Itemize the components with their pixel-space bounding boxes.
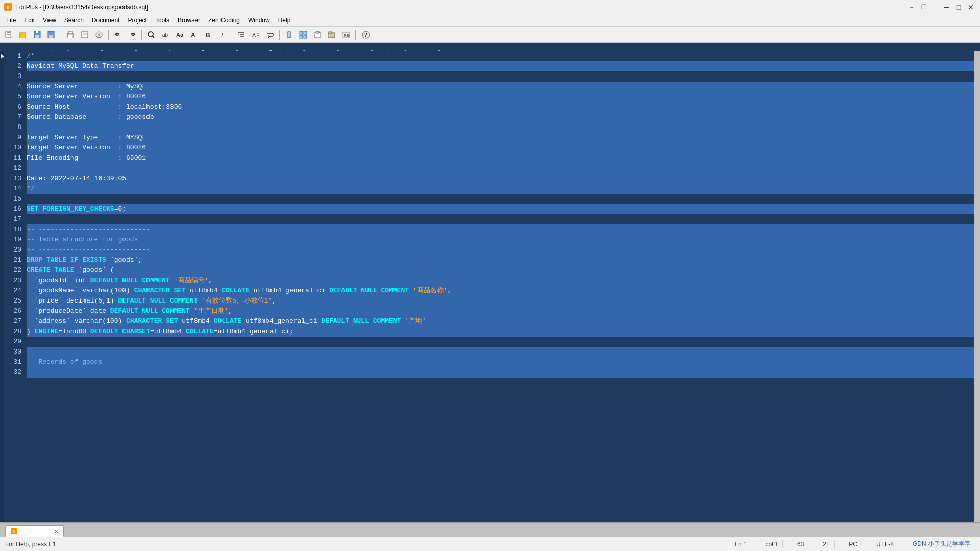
tab-close-button[interactable]: ✕ [54, 529, 58, 534]
code-line: `goodsId` int DEFAULT NULL COMMENT '商品编号… [27, 276, 974, 286]
menu-browser[interactable]: Browser [174, 16, 204, 25]
line-number: 7 [4, 112, 24, 122]
code-line: `price` decimal(5,1) DEFAULT NULL COMMEN… [27, 296, 974, 306]
menu-help[interactable]: Help [274, 16, 295, 25]
auto-indent-button[interactable]: A [249, 29, 262, 41]
open-button[interactable] [16, 29, 30, 41]
status-num63: 63 [793, 541, 808, 548]
close-button[interactable]: ✕ [966, 2, 976, 12]
menu-file[interactable]: File [2, 16, 20, 25]
help-button[interactable]: ? [358, 29, 374, 41]
undo-button[interactable] [111, 29, 125, 41]
menu-bar: File Edit View Search Document Project T… [0, 14, 980, 27]
code-line: Source Host : localhost:3306 [27, 102, 974, 112]
menu-view[interactable]: View [39, 16, 60, 25]
title-bar: E EditPlus - [D:\Users\33154\Desktop\goo… [0, 0, 980, 14]
redo-button[interactable] [126, 29, 139, 41]
line-number: 16 [4, 204, 24, 214]
line-number: 12 [4, 163, 24, 173]
line-number: 4 [4, 82, 24, 92]
menu-search[interactable]: Search [60, 16, 88, 25]
code-line: `produceDate` date DEFAULT NULL COMMENT … [27, 306, 974, 316]
print-button[interactable] [64, 29, 77, 41]
code-area[interactable]: /*Navicat MySQL Data Transfer Source Ser… [24, 51, 974, 522]
font-button[interactable]: A [187, 29, 201, 41]
clip-text-button[interactable] [311, 29, 324, 41]
line-number: 13 [4, 173, 24, 184]
menu-edit[interactable]: Edit [20, 16, 39, 25]
status-ln: Ln 1 [730, 541, 751, 548]
separator-4 [232, 30, 232, 40]
toolbar: ab Aa A B I A REC ? [0, 27, 980, 43]
svg-rect-45 [329, 32, 332, 33]
maximize-button[interactable]: □ [953, 2, 964, 12]
italic-button[interactable]: I [216, 29, 229, 41]
menu-window[interactable]: Window [244, 16, 274, 25]
line-number: 24 [4, 286, 24, 296]
line-number: 10 [4, 143, 24, 153]
minimize-button[interactable]: ─ [941, 2, 951, 12]
svg-text:B: B [206, 32, 210, 39]
new-button[interactable] [2, 29, 15, 41]
tab-bar: E goodsdb.sql ✕ [0, 522, 980, 537]
status-help: For Help, press F1 [5, 541, 720, 548]
menu-zen-coding[interactable]: Zen Coding [204, 16, 244, 25]
separator-3 [141, 30, 142, 40]
menu-project[interactable]: Project [124, 16, 151, 25]
code-line [27, 214, 974, 224]
find-button[interactable] [144, 29, 158, 41]
code-line: -- Records of goods [27, 357, 974, 367]
svg-text:E: E [7, 5, 10, 10]
separator-5 [279, 30, 280, 40]
column-select-button[interactable] [282, 29, 296, 41]
word-wrap-button[interactable] [263, 29, 277, 41]
code-line: SET FOREIGN_KEY_CHECKS=0; [27, 204, 974, 214]
toggle-view-button[interactable] [297, 29, 310, 41]
code-line: -- ---------------------------- [27, 224, 974, 235]
code-line: `address` varchar(100) CHARACTER SET utf… [27, 316, 974, 327]
menu-document[interactable]: Document [88, 16, 124, 25]
code-line: -- ---------------------------- [27, 245, 974, 255]
replace-button[interactable]: ab [159, 29, 172, 41]
window-controls: − ❐ ─ □ ✕ [906, 2, 976, 12]
project-button[interactable] [325, 29, 338, 41]
line-number: 22 [4, 265, 24, 276]
code-line: -- ---------------------------- [27, 347, 974, 357]
line-number: 25 [4, 296, 24, 306]
code-line: Target Server Version : 80026 [27, 143, 974, 153]
save-all-button[interactable] [45, 29, 58, 41]
page-setup-button[interactable] [92, 29, 106, 41]
svg-text:ab: ab [162, 32, 168, 38]
svg-text:REC: REC [344, 33, 350, 38]
line-number: 6 [4, 102, 24, 112]
line-number: 17 [4, 214, 24, 224]
line-number: 8 [4, 122, 24, 133]
line-number: 31 [4, 357, 24, 367]
bold-button[interactable]: B [202, 29, 215, 41]
tab-goodsdb-sql[interactable]: E goodsdb.sql ✕ [5, 525, 64, 537]
line-number: 9 [4, 133, 24, 143]
print-preview-button[interactable] [78, 29, 91, 41]
scrollbar[interactable] [974, 51, 980, 522]
svg-rect-8 [35, 35, 39, 38]
ruler: ----+----1----+----2----+----3----+----4… [0, 43, 980, 51]
svg-text:A: A [252, 32, 256, 38]
line-number: 30 [4, 347, 24, 357]
menu-tools[interactable]: Tools [151, 16, 174, 25]
indent-button[interactable] [235, 29, 248, 41]
save-button[interactable] [31, 29, 44, 41]
code-line: */ [27, 184, 974, 194]
mdi-minimize-button[interactable]: − [906, 2, 917, 12]
line-number: 14 [4, 184, 24, 194]
title-bar-left: E EditPlus - [D:\Users\33154\Desktop\goo… [4, 3, 148, 11]
mdi-restore-button[interactable]: ❐ [919, 2, 929, 12]
svg-point-19 [98, 34, 100, 36]
line-number: 32 [4, 367, 24, 378]
macro-button[interactable]: REC [339, 29, 353, 41]
status-encoding: UTF-8 [872, 541, 898, 548]
toggle-case-button[interactable]: Aa [173, 29, 186, 41]
svg-text:?: ? [364, 32, 368, 38]
svg-rect-43 [316, 31, 319, 33]
svg-text:A: A [191, 32, 195, 39]
code-line: Source Server Version : 80026 [27, 92, 974, 102]
